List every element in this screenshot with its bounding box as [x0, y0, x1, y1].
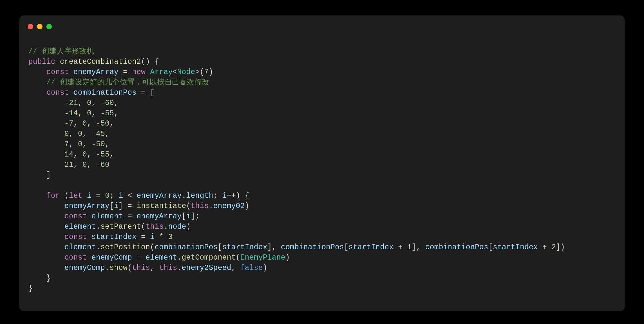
- code-token: -55: [96, 150, 109, 159]
- code-token: startIndex: [348, 243, 393, 252]
- code-token: =: [137, 89, 150, 97]
- code-token: .: [96, 243, 100, 252]
- code-token: (: [150, 243, 155, 252]
- code-token: ,: [109, 119, 114, 128]
- code-token: ): [263, 264, 267, 272]
- code-token: 0: [82, 150, 87, 159]
- code-token: +: [393, 243, 407, 252]
- code-token: .: [105, 264, 109, 272]
- code-token: show: [109, 264, 128, 272]
- code-token: =: [123, 212, 137, 221]
- code-token: -50: [96, 119, 109, 128]
- code-token: =: [118, 68, 132, 76]
- code-token: setPosition: [100, 243, 150, 252]
- code-token: (: [186, 202, 191, 210]
- code-token: (: [64, 192, 69, 200]
- maximize-icon[interactable]: [46, 24, 52, 29]
- code-token: ,: [114, 109, 118, 118]
- code-token: length: [186, 192, 213, 200]
- code-token: 0: [87, 109, 91, 118]
- code-token: ]: [118, 202, 123, 210]
- code-token: this: [146, 223, 164, 231]
- code-token: let: [69, 192, 82, 200]
- code-token: =: [137, 233, 150, 241]
- code-token: const: [64, 253, 87, 262]
- code-token: ): [245, 202, 249, 210]
- code-token: ]: [267, 243, 272, 252]
- code-token: node: [168, 223, 186, 231]
- code-block: // 创建人字形敌机 public createCombination2() {…: [28, 46, 565, 294]
- code-token: 3: [168, 233, 173, 241]
- code-token: new: [132, 68, 146, 76]
- code-token: ): [186, 223, 191, 231]
- code-token: -7: [64, 119, 73, 128]
- code-token: ): [209, 68, 213, 76]
- code-token: const: [64, 212, 87, 221]
- code-token: =: [91, 192, 105, 200]
- code-token: combinationPos: [155, 243, 218, 252]
- code-token: enemyArray: [137, 212, 182, 221]
- code-token: i: [186, 212, 191, 221]
- code-token: ): [146, 58, 150, 66]
- code-token: {: [245, 192, 249, 200]
- code-token: 21: [64, 161, 73, 169]
- code-token: 0: [78, 140, 82, 148]
- minimize-icon[interactable]: [37, 24, 43, 29]
- code-token: for: [46, 192, 60, 200]
- code-token: ,: [91, 109, 100, 118]
- code-token: {: [155, 58, 159, 66]
- code-token: ,: [73, 119, 82, 128]
- close-icon[interactable]: [28, 24, 33, 29]
- code-token: [: [344, 243, 348, 252]
- code-token: enemyComp: [91, 253, 132, 262]
- code-token: ,: [150, 264, 159, 272]
- code-token: Node: [177, 68, 195, 76]
- code-token: =: [123, 202, 137, 210]
- code-token: ,: [105, 140, 109, 148]
- code-token: -45: [91, 130, 105, 138]
- code-token: .: [96, 223, 100, 231]
- code-token: ]: [46, 171, 51, 179]
- code-token: -50: [91, 140, 105, 148]
- code-token: ]: [556, 243, 561, 252]
- code-token: ]: [191, 212, 195, 221]
- code-token: [: [182, 212, 186, 221]
- code-token: -14: [64, 109, 78, 118]
- code-token: enemy02: [213, 202, 245, 210]
- code-token: -60: [100, 99, 114, 107]
- code-token: 0: [82, 161, 87, 169]
- window-traffic-lights: [28, 24, 52, 29]
- code-token: EnemyPlane: [240, 253, 285, 262]
- code-token: ): [561, 243, 565, 252]
- code-token: }: [28, 284, 33, 293]
- code-token: 7: [204, 68, 209, 76]
- code-token: 0: [87, 99, 91, 107]
- code-token: ,: [105, 130, 109, 138]
- code-token: i: [150, 233, 155, 241]
- code-token: .: [182, 192, 186, 200]
- code-token: const: [46, 89, 69, 97]
- code-token: [: [218, 243, 222, 252]
- code-token: ,: [73, 150, 82, 159]
- code-token: (: [141, 58, 146, 66]
- code-token: ,: [114, 99, 118, 107]
- code-token: ,: [87, 150, 96, 159]
- code-token: enemyArray: [73, 68, 118, 76]
- code-token: element: [64, 223, 96, 231]
- code-token: ;: [195, 212, 200, 221]
- code-token: 0: [78, 130, 82, 138]
- code-comment: // 创建人字形敌机: [28, 47, 94, 56]
- code-token: enemyComp: [64, 264, 105, 272]
- code-token: ,: [416, 243, 425, 252]
- code-token: ,: [78, 99, 87, 107]
- code-token: [: [488, 243, 493, 252]
- code-token: element: [146, 253, 177, 262]
- code-token: const: [46, 68, 69, 76]
- code-token: }: [46, 274, 51, 282]
- code-window: // 创建人字形敌机 public createCombination2() {…: [19, 15, 625, 311]
- code-token: combinationPos: [73, 89, 137, 97]
- code-token: (: [141, 223, 146, 231]
- code-token: .: [209, 202, 213, 210]
- code-token: 1: [407, 243, 412, 252]
- code-token: false: [240, 264, 263, 272]
